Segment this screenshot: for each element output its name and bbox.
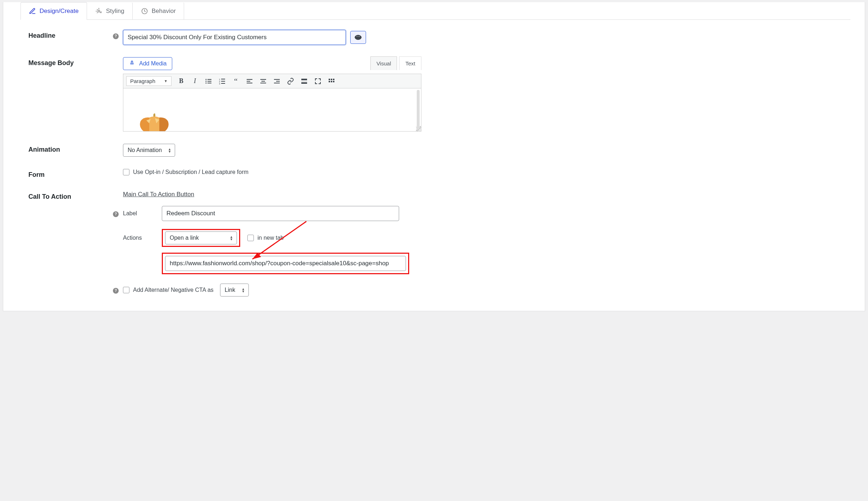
svg-rect-15 <box>221 81 225 82</box>
svg-rect-7 <box>207 79 211 80</box>
link-button[interactable] <box>287 77 294 85</box>
svg-point-4 <box>358 36 358 37</box>
svg-rect-23 <box>260 83 266 83</box>
svg-rect-32 <box>333 79 334 80</box>
svg-rect-29 <box>301 82 307 84</box>
animation-label: Animation <box>28 144 113 153</box>
editor-tab-visual[interactable]: Visual <box>370 56 397 70</box>
svg-text:3: 3 <box>219 83 220 85</box>
editor-tab-text[interactable]: Text <box>399 56 421 70</box>
emoji-picker-button[interactable] <box>350 31 366 44</box>
new-tab-label: in new tab <box>257 235 284 241</box>
add-media-button[interactable]: Add Media <box>123 57 172 70</box>
form-label: Form <box>28 169 113 179</box>
svg-rect-27 <box>301 79 307 80</box>
animation-select[interactable]: No Animation ▲▼ <box>123 144 175 157</box>
svg-point-3 <box>356 36 357 37</box>
alt-cta-type-value: Link <box>225 287 235 293</box>
alt-cta-type-select[interactable]: Link ▲▼ <box>220 284 249 297</box>
svg-point-6 <box>205 79 206 80</box>
select-sorter-icon: ▲▼ <box>230 236 233 240</box>
tab-behavior-label: Behavior <box>152 8 176 15</box>
svg-rect-18 <box>247 79 252 80</box>
svg-rect-31 <box>331 79 332 80</box>
tab-behavior[interactable]: Behavior <box>133 2 184 20</box>
main-tabs: Design/Create Styling Behavior <box>20 2 850 20</box>
read-more-button[interactable] <box>300 77 308 85</box>
annotation-highlight <box>162 253 409 274</box>
svg-rect-20 <box>247 83 252 83</box>
svg-rect-22 <box>261 81 265 82</box>
cta-action-value: Open a link <box>170 235 199 241</box>
svg-rect-30 <box>329 79 330 80</box>
optin-checkbox[interactable] <box>123 169 129 175</box>
svg-rect-25 <box>276 81 280 82</box>
help-icon[interactable]: ? <box>113 288 119 294</box>
align-center-button[interactable] <box>259 77 267 85</box>
svg-rect-35 <box>333 81 334 82</box>
editor-canvas[interactable] <box>123 88 421 132</box>
numbered-list-button[interactable]: 123 <box>218 77 226 85</box>
cta-label-input[interactable] <box>162 206 399 221</box>
svg-rect-24 <box>274 79 280 80</box>
svg-rect-28 <box>301 81 307 81</box>
svg-point-0 <box>98 10 100 12</box>
message-body-label: Message Body <box>28 57 113 67</box>
svg-point-10 <box>205 82 206 83</box>
italic-button[interactable]: I <box>191 77 199 85</box>
cta-actions-label: Actions <box>123 235 162 241</box>
cta-action-select[interactable]: Open a link ▲▼ <box>165 231 237 244</box>
new-tab-checkbox[interactable] <box>247 235 254 241</box>
svg-rect-34 <box>331 81 332 82</box>
svg-point-5 <box>359 36 360 37</box>
align-left-button[interactable] <box>246 77 253 85</box>
add-media-label: Add Media <box>139 60 167 67</box>
svg-rect-13 <box>221 79 225 79</box>
select-sorter-icon: ▲▼ <box>168 148 171 153</box>
cta-label-label: Label <box>123 210 162 217</box>
svg-point-8 <box>205 81 206 82</box>
svg-point-2 <box>355 35 361 40</box>
editor-toolbar: Paragraph ▼ B I 123 “ <box>123 74 421 88</box>
format-select-value: Paragraph <box>130 78 155 84</box>
blockquote-button[interactable]: “ <box>232 77 240 85</box>
alt-cta-checkbox[interactable] <box>123 287 129 293</box>
svg-rect-33 <box>329 81 330 82</box>
tab-styling-label: Styling <box>106 8 124 15</box>
resize-grip-icon[interactable] <box>416 126 421 131</box>
fullscreen-button[interactable] <box>314 77 322 85</box>
select-sorter-icon: ▲▼ <box>242 288 245 293</box>
annotation-highlight: Open a link ▲▼ <box>162 229 240 247</box>
align-right-button[interactable] <box>273 77 281 85</box>
svg-rect-26 <box>274 83 280 83</box>
headline-input[interactable] <box>123 30 346 45</box>
optin-checkbox-label: Use Opt-in / Subscription / Lead capture… <box>133 169 248 175</box>
svg-rect-9 <box>207 81 211 82</box>
cta-url-input[interactable] <box>165 256 406 271</box>
alt-cta-checkbox-label: Add Alternate/ Negative CTA as <box>133 287 214 293</box>
pumpkin-image <box>136 112 172 131</box>
help-icon[interactable]: ? <box>113 33 119 39</box>
svg-rect-21 <box>260 79 266 80</box>
tab-design-create[interactable]: Design/Create <box>20 2 87 20</box>
headline-label: Headline <box>28 30 113 40</box>
cta-section-label: Call To Action <box>28 191 113 201</box>
toolbar-toggle-button[interactable] <box>328 77 335 85</box>
tab-design-create-label: Design/Create <box>40 8 79 15</box>
bold-button[interactable]: B <box>177 77 185 85</box>
help-icon[interactable]: ? <box>113 211 119 217</box>
svg-rect-19 <box>247 81 250 82</box>
bullet-list-button[interactable] <box>205 77 213 85</box>
svg-rect-17 <box>221 83 225 84</box>
svg-rect-11 <box>207 83 211 83</box>
animation-value: No Animation <box>128 147 162 153</box>
tab-styling[interactable]: Styling <box>87 2 133 20</box>
format-select[interactable]: Paragraph ▼ <box>126 76 172 86</box>
cta-main-heading: Main Call To Action Button <box>123 191 850 198</box>
chevron-down-icon: ▼ <box>164 79 168 83</box>
